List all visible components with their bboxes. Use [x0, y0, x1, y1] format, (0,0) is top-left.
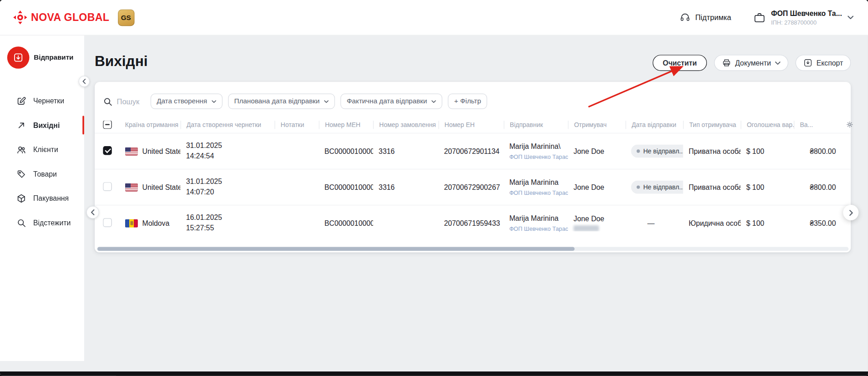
col-header-receiver-type[interactable]: Тип отримувача — [683, 121, 741, 129]
sidebar-item-label: Вихідні — [33, 121, 60, 129]
export-label: Експорт — [817, 59, 843, 67]
cell-order-number: 3316 — [373, 183, 439, 191]
horizontal-scrollbar[interactable] — [97, 247, 849, 251]
row-checkbox[interactable] — [103, 218, 112, 227]
printer-icon — [722, 58, 731, 68]
col-header-en[interactable]: Номер ЕН — [438, 121, 504, 129]
gs-badge[interactable]: GS — [118, 9, 134, 25]
chip-label: Планована дата відправки — [234, 97, 320, 105]
panel-collapse-button[interactable] — [86, 206, 99, 218]
table-row[interactable]: Moldova 16.01.2025 15:27:55 BC0000010000… — [95, 205, 851, 241]
sender-org-link[interactable]: ФОП Шевченко Тарас Гр... — [509, 225, 568, 232]
col-header-declared[interactable]: Оголошена вар... — [741, 121, 794, 129]
account-ipn: ІПН: 2788700000 — [771, 19, 842, 25]
cell-en-number: 20700672901134 — [438, 147, 504, 155]
row-checkbox[interactable] — [103, 182, 112, 191]
table-row[interactable]: United State... 31.01.2025 14:24:54 BC00… — [95, 133, 851, 169]
col-header-order[interactable]: Номер замовлення — [373, 121, 439, 129]
sidebar-item-label: Клієнти — [33, 145, 58, 153]
col-header-country[interactable]: Країна отримання — [125, 121, 181, 129]
search-icon — [103, 97, 112, 106]
receiver-name: Jone Doe — [574, 215, 625, 223]
table-scroll-right-button[interactable] — [843, 205, 858, 220]
sender-org-link[interactable]: ФОП Шевченко Тарас Гр... — [509, 189, 568, 196]
products-icon — [16, 169, 26, 179]
col-header-men[interactable]: Номер МЕН — [319, 121, 373, 129]
status-badge: Не відправл... — [631, 180, 683, 193]
cell-declared-value: $ 100 — [741, 183, 794, 191]
cell-sender: Marija Marinina ФОП Шевченко Тарас Гр... — [504, 214, 568, 232]
chevron-down-icon — [324, 100, 329, 103]
col-header-ship-date[interactable]: Дата відправки — [625, 121, 683, 129]
sidebar-item-track[interactable]: Відстежити — [0, 210, 84, 235]
col-header-notes[interactable]: Нотатки — [274, 121, 319, 129]
brand-area: NOVA GLOBAL GS — [13, 9, 134, 25]
table-settings-button[interactable] — [840, 121, 853, 129]
sidebar-item-clients[interactable]: Клієнти — [0, 137, 84, 162]
table-row[interactable]: United State... 31.01.2025 14:07:20 BC00… — [95, 169, 851, 205]
created-date: 31.01.2025 — [186, 177, 275, 187]
sender-name: Marija Marinina — [509, 178, 568, 188]
cell-men-number: BC00000100000... — [319, 147, 373, 155]
select-all-checkbox[interactable] — [103, 121, 112, 129]
cell-declared-value: $ 100 — [741, 147, 794, 155]
no-date-dash: — — [631, 219, 683, 227]
cell-country: Moldova — [125, 219, 181, 227]
sender-name: Marija Marinina — [509, 214, 568, 224]
created-date: 31.01.2025 — [186, 141, 275, 151]
cell-receiver: Jone Doe — [568, 183, 625, 191]
col-header-sender[interactable]: Відправник — [504, 121, 568, 129]
row-checkbox[interactable] — [103, 146, 112, 154]
sidebar-collapse-button[interactable] — [79, 76, 90, 87]
created-time: 14:07:20 — [186, 187, 275, 198]
sidebar-item-products[interactable]: Товари — [0, 162, 84, 186]
header-right: Підтримка ФОП Шевченко Та... ІПН: 278870… — [680, 10, 854, 25]
cell-country: United State... — [125, 147, 181, 155]
col-header-currency[interactable]: Ва... — [794, 121, 840, 129]
sidebar: Відправити Чернетки Вихідні — [0, 36, 84, 361]
scrollbar-thumb[interactable] — [97, 247, 575, 251]
page-actions: Очистити Документи Експорт — [653, 55, 851, 71]
clear-button[interactable]: Очистити — [653, 55, 707, 71]
cell-ship-date: — — [625, 219, 683, 227]
chip-label: Фактична дата відправки — [347, 97, 427, 105]
filter-chip-actual-date[interactable]: Фактична дата відправки — [340, 94, 442, 109]
cell-amount: ₴800.00 — [794, 183, 840, 191]
created-time: 14:24:54 — [186, 151, 275, 162]
add-filter-button[interactable]: + Фільтр — [448, 94, 487, 109]
cell-sender: Marija Marinina\ ФОП Шевченко Тарас Гр..… — [504, 142, 568, 160]
outgoing-icon — [16, 121, 26, 130]
sidebar-nav: Чернетки Вихідні Клієнти — [0, 89, 84, 235]
cell-amount: ₴800.00 — [794, 147, 840, 155]
filter-chip-planned-date[interactable]: Планована дата відправки — [228, 94, 335, 109]
sidebar-item-drafts[interactable]: Чернетки — [0, 89, 84, 113]
col-header-receiver[interactable]: Отримувач — [568, 121, 625, 129]
chip-label: + Фільтр — [454, 97, 481, 105]
chevron-down-icon — [848, 15, 853, 20]
sidebar-item-label: Чернетки — [33, 97, 64, 105]
export-button[interactable]: Експорт — [795, 55, 851, 71]
sidebar-item-label: Товари — [33, 170, 57, 178]
sidebar-item-packaging[interactable]: Пакування — [0, 186, 84, 211]
logo-text: NOVA GLOBAL — [31, 11, 109, 24]
filter-chip-creation-date[interactable]: Дата створення — [151, 94, 223, 109]
account-text: ФОП Шевченко Та... ІПН: 2788700000 — [771, 10, 842, 25]
documents-button[interactable]: Документи — [714, 55, 788, 71]
country-name: United State... — [142, 147, 181, 155]
nova-global-logo[interactable]: NOVA GLOBAL — [13, 10, 109, 24]
search-placeholder: Пошук — [117, 97, 140, 105]
sidebar-item-outgoing[interactable]: Вихідні — [0, 113, 84, 137]
page-title: Вихідні — [95, 53, 148, 70]
cell-en-number: 20700671959433 — [438, 219, 504, 227]
cell-ship-date: Не відправл... — [625, 180, 683, 193]
created-time: 15:27:55 — [186, 223, 275, 234]
send-button[interactable]: Відправити — [0, 36, 84, 72]
country-name: United State... — [142, 183, 181, 191]
app-stage: NOVA GLOBAL GS Підтримка ФОП Шевченко — [0, 0, 868, 376]
account-menu[interactable]: ФОП Шевченко Та... ІПН: 2788700000 — [753, 10, 853, 25]
search-input[interactable]: Пошук — [103, 97, 145, 106]
sender-org-link[interactable]: ФОП Шевченко Тарас Гр... — [509, 153, 568, 160]
gear-icon — [846, 121, 853, 129]
support-button[interactable]: Підтримка — [680, 12, 731, 23]
col-header-created[interactable]: Дата створення чернетки — [180, 121, 274, 129]
